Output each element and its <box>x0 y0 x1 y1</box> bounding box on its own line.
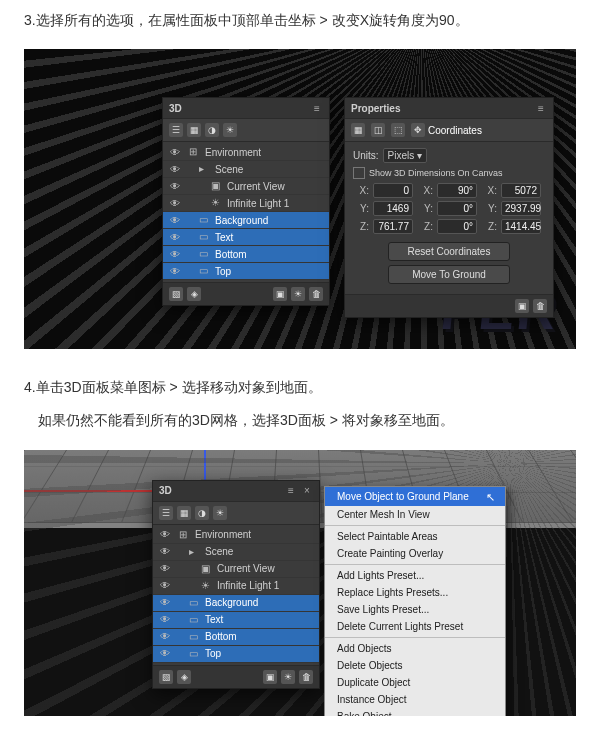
render-icon[interactable]: ▣ <box>515 299 529 313</box>
menu-item-center-mesh-in-view[interactable]: Center Mesh In View <box>325 506 505 523</box>
close-icon[interactable]: × <box>301 485 313 497</box>
visibility-eye-icon[interactable]: 👁 <box>169 181 181 192</box>
trash-icon[interactable]: 🗑 <box>299 670 313 684</box>
visibility-eye-icon[interactable]: 👁 <box>159 597 171 608</box>
x-scl[interactable]: 5072 <box>501 183 541 198</box>
render-icon[interactable]: ▣ <box>273 287 287 301</box>
filter-mesh-icon[interactable]: ▦ <box>177 506 191 520</box>
filter-material-icon[interactable]: ◑ <box>205 123 219 137</box>
menu-item-duplicate-object[interactable]: Duplicate Object <box>325 674 505 691</box>
visibility-eye-icon[interactable]: 👁 <box>169 266 181 277</box>
reset-coordinates-button[interactable]: Reset Coordinates <box>388 242 510 261</box>
visibility-eye-icon[interactable]: 👁 <box>169 164 181 175</box>
scene-item-top[interactable]: 👁▭Top <box>163 263 329 280</box>
scene-item-current-view[interactable]: 👁▣Current View <box>153 561 319 578</box>
menu-item-instance-object[interactable]: Instance Object <box>325 691 505 708</box>
x-rot[interactable]: 90° <box>437 183 477 198</box>
menu-item-add-lights-preset-[interactable]: Add Lights Preset... <box>325 567 505 584</box>
item-type-icon: ▭ <box>189 597 201 609</box>
step-4-text-a: 4.单击3D面板菜单图标 > 选择移动对象到地面。 <box>0 367 600 408</box>
visibility-eye-icon[interactable]: 👁 <box>169 249 181 260</box>
y-scl[interactable]: 2937.99 <box>501 201 541 216</box>
filter-all-icon[interactable]: ☰ <box>159 506 173 520</box>
panel-menu-icon[interactable]: ≡ <box>285 485 297 497</box>
scene-item-environment[interactable]: 👁⊞Environment <box>163 144 329 161</box>
menu-item-delete-current-lights-preset[interactable]: Delete Current Lights Preset <box>325 618 505 635</box>
scene-item-top[interactable]: 👁▭Top <box>153 646 319 663</box>
x-pos[interactable]: 0 <box>373 183 413 198</box>
new-light-icon[interactable]: ☀ <box>281 670 295 684</box>
filter-mesh-icon[interactable]: ▦ <box>187 123 201 137</box>
trash-icon[interactable]: 🗑 <box>309 287 323 301</box>
tab-mesh[interactable]: ▦ <box>351 123 365 137</box>
scene-item-infinite-light-1[interactable]: 👁☀Infinite Light 1 <box>153 578 319 595</box>
tab-deform[interactable]: ◫ <box>371 123 385 137</box>
menu-item-create-painting-overlay[interactable]: Create Painting Overlay <box>325 545 505 562</box>
menu-item-replace-lights-presets-[interactable]: Replace Lights Presets... <box>325 584 505 601</box>
scene-item-scene[interactable]: 👁▸Scene <box>163 161 329 178</box>
footer-icon[interactable]: ▧ <box>159 670 173 684</box>
scene-item-infinite-light-1[interactable]: 👁☀Infinite Light 1 <box>163 195 329 212</box>
visibility-eye-icon[interactable]: 👁 <box>159 563 171 574</box>
filter-light-icon[interactable]: ☀ <box>223 123 237 137</box>
y-rot[interactable]: 0° <box>437 201 477 216</box>
visibility-eye-icon[interactable]: 👁 <box>169 198 181 209</box>
z-pos[interactable]: 761.77 <box>373 219 413 234</box>
menu-item-bake-object[interactable]: Bake Object <box>325 708 505 716</box>
filter-light-icon[interactable]: ☀ <box>213 506 227 520</box>
tab-cap[interactable]: ⬚ <box>391 123 405 137</box>
units-label: Units: <box>353 150 379 161</box>
menu-item-add-objects[interactable]: Add Objects <box>325 640 505 657</box>
visibility-eye-icon[interactable]: 👁 <box>159 580 171 591</box>
panel-properties-header[interactable]: Properties ≡ <box>345 98 553 119</box>
menu-item-delete-objects[interactable]: Delete Objects <box>325 657 505 674</box>
visibility-eye-icon[interactable]: 👁 <box>159 546 171 557</box>
scene-item-current-view[interactable]: 👁▣Current View <box>163 178 329 195</box>
y-pos[interactable]: 1469 <box>373 201 413 216</box>
scene-item-environment[interactable]: 👁⊞Environment <box>153 527 319 544</box>
scene-item-scene[interactable]: 👁▸Scene <box>153 544 319 561</box>
footer-icon[interactable]: ◈ <box>187 287 201 301</box>
menu-item-select-paintable-areas[interactable]: Select Paintable Areas <box>325 528 505 545</box>
scene-item-background[interactable]: 👁▭Background <box>153 595 319 612</box>
scene-item-text[interactable]: 👁▭Text <box>163 229 329 246</box>
cap-icon: ⬚ <box>391 123 405 137</box>
scene-item-background[interactable]: 👁▭Background <box>163 212 329 229</box>
footer-icon[interactable]: ◈ <box>177 670 191 684</box>
visibility-eye-icon[interactable]: 👁 <box>159 648 171 659</box>
visibility-eye-icon[interactable]: 👁 <box>169 232 181 243</box>
render-icon[interactable]: ▣ <box>263 670 277 684</box>
tab-coordinates[interactable]: ✥Coordinates <box>411 123 482 137</box>
trash-icon[interactable]: 🗑 <box>533 299 547 313</box>
show-dims-checkbox[interactable] <box>353 167 365 179</box>
filter-all-icon[interactable]: ☰ <box>169 123 183 137</box>
scene-item-text[interactable]: 👁▭Text <box>153 612 319 629</box>
panel-properties: Properties ≡ ▦ ◫ ⬚ ✥Coordinates Units: P… <box>344 97 554 318</box>
x-pos-label: X: <box>353 185 369 196</box>
menu-item-save-lights-preset-[interactable]: Save Lights Preset... <box>325 601 505 618</box>
visibility-eye-icon[interactable]: 👁 <box>159 631 171 642</box>
scene-item-bottom[interactable]: 👁▭Bottom <box>153 629 319 646</box>
panel-3d-header[interactable]: 3D ≡ <box>163 98 329 119</box>
footer-icon[interactable]: ▧ <box>169 287 183 301</box>
panel-menu-icon[interactable]: ≡ <box>311 102 323 114</box>
move-to-ground-button[interactable]: Move To Ground <box>388 265 510 284</box>
filter-material-icon[interactable]: ◑ <box>195 506 209 520</box>
menu-separator <box>325 564 505 565</box>
visibility-eye-icon[interactable]: 👁 <box>169 147 181 158</box>
panel-menu-icon[interactable]: ≡ <box>535 102 547 114</box>
z-rot[interactable]: 0° <box>437 219 477 234</box>
item-label: Background <box>205 597 258 608</box>
context-menu: Move Object to Ground Plane↖Center Mesh … <box>324 486 506 716</box>
panel-3d-header[interactable]: 3D ≡ × <box>153 481 319 502</box>
menu-item-move-object-to-ground-plane[interactable]: Move Object to Ground Plane↖ <box>325 487 505 506</box>
units-dropdown[interactable]: Pixels ▾ <box>383 148 427 163</box>
z-scl[interactable]: 1414.45 <box>501 219 541 234</box>
item-label: Environment <box>195 529 251 540</box>
visibility-eye-icon[interactable]: 👁 <box>159 614 171 625</box>
scene-tree: 👁⊞Environment👁▸Scene👁▣Current View👁☀Infi… <box>153 525 319 665</box>
visibility-eye-icon[interactable]: 👁 <box>159 529 171 540</box>
new-light-icon[interactable]: ☀ <box>291 287 305 301</box>
visibility-eye-icon[interactable]: 👁 <box>169 215 181 226</box>
scene-item-bottom[interactable]: 👁▭Bottom <box>163 246 329 263</box>
